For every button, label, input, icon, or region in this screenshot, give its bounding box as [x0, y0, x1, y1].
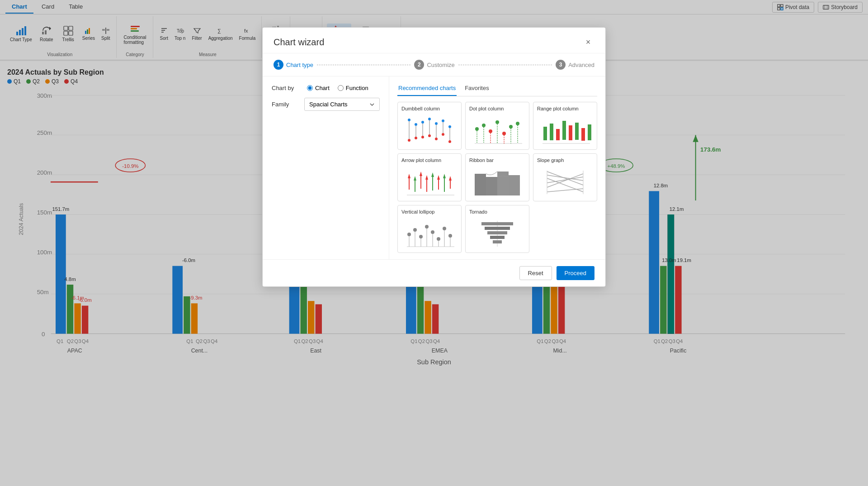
step-num-1: 1 [274, 60, 283, 70]
family-select[interactable]: Spacial Charts [304, 98, 380, 111]
chart-card-title-rangeplot: Range plot column [537, 106, 593, 111]
family-label: Family [272, 101, 299, 108]
svg-line-207 [547, 172, 583, 185]
svg-point-145 [415, 123, 417, 126]
svg-point-219 [413, 228, 417, 232]
chart-radio-input[interactable] [307, 85, 313, 91]
step-label-1: Chart type [286, 62, 313, 68]
svg-point-152 [428, 134, 431, 137]
svg-point-225 [431, 230, 434, 234]
svg-point-161 [448, 140, 451, 143]
svg-rect-235 [497, 227, 510, 230]
svg-rect-203 [475, 174, 486, 195]
svg-point-164 [475, 127, 479, 131]
modal-right-panel: Recommended charts Favorites Dumbbell co… [389, 76, 605, 259]
svg-point-149 [421, 136, 424, 138]
tab-recommended-charts[interactable]: Recommended charts [397, 83, 457, 96]
wizard-step-1[interactable]: 1 Chart type [274, 60, 313, 70]
chart-by-row: Chart by Chart Function [272, 85, 380, 91]
chart-card-ribbon[interactable]: Ribbon bar [465, 153, 529, 201]
chart-radio-chart[interactable]: Chart [307, 85, 330, 91]
chart-card-rangeplot[interactable]: Range plot column [533, 102, 597, 150]
chart-card-arrowplot[interactable]: Arrow plot column [397, 153, 462, 201]
chart-card-img-ribbon [469, 166, 525, 197]
svg-point-227 [437, 237, 440, 241]
svg-rect-238 [487, 231, 497, 234]
chart-card-title-tornado: Tornado [469, 209, 525, 214]
svg-rect-185 [588, 124, 591, 140]
modal-overlay: Chart wizard × 1 Chart type 2 Customize … [0, 0, 868, 486]
svg-rect-179 [550, 124, 553, 140]
svg-point-221 [419, 235, 423, 238]
chart-type-tabs: Recommended charts Favorites [397, 83, 597, 96]
svg-marker-202 [449, 176, 452, 181]
svg-point-151 [428, 118, 431, 120]
svg-rect-233 [497, 222, 513, 225]
modal-body: Chart by Chart Function Family Spacial C… [263, 76, 605, 259]
chart-card-title-slope: Slope graph [537, 157, 593, 163]
chart-radio-label: Chart [315, 85, 330, 91]
svg-point-143 [408, 139, 410, 142]
svg-point-223 [425, 225, 429, 229]
svg-point-154 [435, 122, 438, 125]
chart-radio-function[interactable]: Function [338, 85, 368, 91]
chart-card-img-dotplot [469, 114, 525, 146]
svg-rect-234 [481, 222, 497, 225]
step-dots-1 [317, 65, 410, 65]
svg-marker-190 [414, 176, 416, 181]
svg-point-160 [448, 125, 451, 128]
step-num-2: 2 [414, 60, 424, 70]
svg-point-172 [502, 132, 506, 135]
chart-wizard-modal: Chart wizard × 1 Chart type 2 Customize … [262, 27, 606, 287]
chevron-down-icon [369, 102, 375, 107]
chart-card-title-dumbbell: Dumbbell column [401, 106, 458, 111]
svg-rect-204 [486, 177, 497, 195]
svg-point-168 [489, 129, 492, 133]
svg-marker-196 [431, 172, 434, 177]
modal-close-button[interactable]: × [582, 36, 594, 48]
svg-point-229 [443, 227, 446, 230]
chart-card-dumbbell[interactable]: Dumbbell column [397, 102, 462, 150]
svg-rect-184 [581, 128, 585, 141]
svg-rect-182 [569, 125, 572, 140]
svg-point-170 [495, 120, 499, 124]
reset-button[interactable]: Reset [519, 266, 552, 280]
function-radio-label: Function [346, 85, 368, 91]
wizard-step-3[interactable]: 3 Advanced [556, 60, 594, 70]
svg-point-155 [435, 138, 438, 140]
chart-card-dotplot[interactable]: Dot plot column [465, 102, 529, 150]
chart-card-img-slope [537, 166, 593, 197]
svg-rect-180 [556, 129, 560, 140]
svg-line-212 [547, 189, 583, 192]
function-radio-input[interactable] [338, 85, 344, 91]
svg-point-217 [407, 233, 411, 236]
proceed-button[interactable]: Proceed [557, 266, 594, 280]
family-select-value: Spacial Charts [309, 101, 348, 108]
chart-card-lollipop[interactable]: Vertical lollipop [397, 205, 462, 253]
svg-marker-200 [443, 174, 446, 178]
svg-rect-178 [543, 127, 547, 140]
chart-card-slope[interactable]: Slope graph [533, 153, 597, 201]
svg-rect-240 [490, 236, 497, 239]
step-label-2: Customize [427, 62, 454, 68]
svg-rect-239 [497, 236, 505, 239]
chart-card-title-dotplot: Dot plot column [469, 106, 525, 111]
chart-card-img-arrowplot [401, 166, 458, 197]
wizard-step-2[interactable]: 2 Customize [414, 60, 454, 70]
tab-favorites[interactable]: Favorites [464, 83, 490, 96]
chart-card-tornado[interactable]: Tornado [465, 205, 529, 253]
svg-marker-188 [408, 174, 410, 178]
svg-point-142 [408, 119, 410, 121]
chart-grid: Dumbbell column [397, 102, 597, 253]
chart-card-img-lollipop [401, 217, 458, 249]
svg-rect-181 [562, 121, 566, 140]
svg-point-231 [448, 234, 452, 238]
modal-header: Chart wizard × [263, 28, 605, 53]
svg-point-157 [442, 119, 444, 122]
svg-marker-198 [437, 175, 440, 180]
svg-rect-206 [509, 175, 520, 195]
chart-card-img-rangeplot [537, 114, 593, 146]
chart-by-label: Chart by [272, 85, 299, 91]
family-row: Family Spacial Charts [272, 98, 380, 111]
wizard-steps: 1 Chart type 2 Customize 3 Advanced [263, 53, 605, 76]
